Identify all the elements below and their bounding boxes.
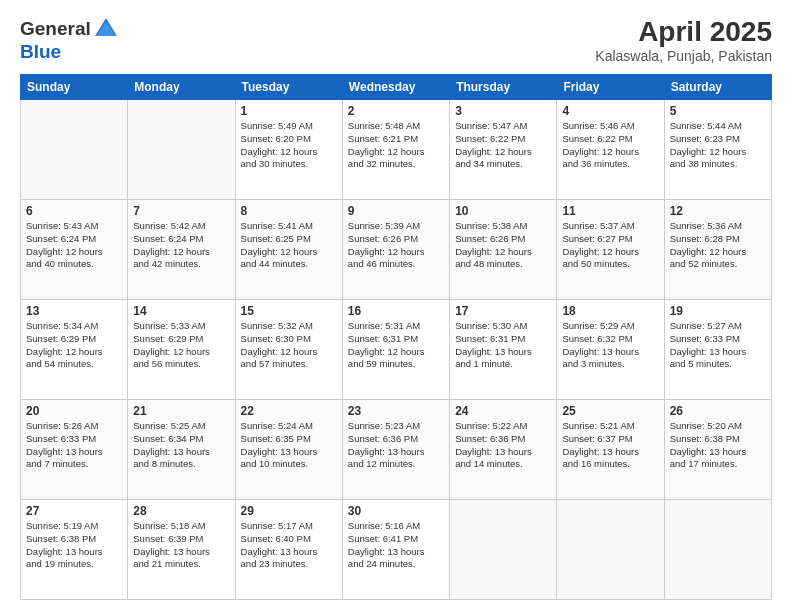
calendar-cell: 26Sunrise: 5:20 AM Sunset: 6:38 PM Dayli… xyxy=(664,400,771,500)
month-title: April 2025 xyxy=(595,16,772,48)
day-header-saturday: Saturday xyxy=(664,75,771,100)
day-info: Sunrise: 5:39 AM Sunset: 6:26 PM Dayligh… xyxy=(348,220,444,271)
day-info: Sunrise: 5:44 AM Sunset: 6:23 PM Dayligh… xyxy=(670,120,766,171)
day-info: Sunrise: 5:49 AM Sunset: 6:20 PM Dayligh… xyxy=(241,120,337,171)
calendar-cell: 13Sunrise: 5:34 AM Sunset: 6:29 PM Dayli… xyxy=(21,300,128,400)
day-info: Sunrise: 5:41 AM Sunset: 6:25 PM Dayligh… xyxy=(241,220,337,271)
day-info: Sunrise: 5:21 AM Sunset: 6:37 PM Dayligh… xyxy=(562,420,658,471)
day-number: 13 xyxy=(26,304,122,318)
day-number: 3 xyxy=(455,104,551,118)
day-info: Sunrise: 5:36 AM Sunset: 6:28 PM Dayligh… xyxy=(670,220,766,271)
day-header-tuesday: Tuesday xyxy=(235,75,342,100)
day-number: 23 xyxy=(348,404,444,418)
calendar-cell xyxy=(557,500,664,600)
day-number: 6 xyxy=(26,204,122,218)
day-number: 14 xyxy=(133,304,229,318)
day-number: 22 xyxy=(241,404,337,418)
calendar-cell: 29Sunrise: 5:17 AM Sunset: 6:40 PM Dayli… xyxy=(235,500,342,600)
day-number: 1 xyxy=(241,104,337,118)
calendar-week-3: 13Sunrise: 5:34 AM Sunset: 6:29 PM Dayli… xyxy=(21,300,772,400)
day-number: 11 xyxy=(562,204,658,218)
day-number: 10 xyxy=(455,204,551,218)
calendar-cell: 11Sunrise: 5:37 AM Sunset: 6:27 PM Dayli… xyxy=(557,200,664,300)
calendar-week-4: 20Sunrise: 5:26 AM Sunset: 6:33 PM Dayli… xyxy=(21,400,772,500)
calendar-table: SundayMondayTuesdayWednesdayThursdayFrid… xyxy=(20,74,772,600)
day-number: 25 xyxy=(562,404,658,418)
calendar-cell: 14Sunrise: 5:33 AM Sunset: 6:29 PM Dayli… xyxy=(128,300,235,400)
calendar-cell: 10Sunrise: 5:38 AM Sunset: 6:26 PM Dayli… xyxy=(450,200,557,300)
calendar-cell: 30Sunrise: 5:16 AM Sunset: 6:41 PM Dayli… xyxy=(342,500,449,600)
calendar-cell: 18Sunrise: 5:29 AM Sunset: 6:32 PM Dayli… xyxy=(557,300,664,400)
calendar-cell: 21Sunrise: 5:25 AM Sunset: 6:34 PM Dayli… xyxy=(128,400,235,500)
day-number: 21 xyxy=(133,404,229,418)
day-number: 30 xyxy=(348,504,444,518)
calendar-cell xyxy=(664,500,771,600)
calendar-cell: 23Sunrise: 5:23 AM Sunset: 6:36 PM Dayli… xyxy=(342,400,449,500)
day-number: 5 xyxy=(670,104,766,118)
day-number: 19 xyxy=(670,304,766,318)
day-info: Sunrise: 5:47 AM Sunset: 6:22 PM Dayligh… xyxy=(455,120,551,171)
day-number: 7 xyxy=(133,204,229,218)
logo-general: General xyxy=(20,18,91,39)
page: General Blue April 2025 Kalaswala, Punja… xyxy=(0,0,792,612)
calendar-cell: 9Sunrise: 5:39 AM Sunset: 6:26 PM Daylig… xyxy=(342,200,449,300)
calendar-cell: 6Sunrise: 5:43 AM Sunset: 6:24 PM Daylig… xyxy=(21,200,128,300)
day-header-wednesday: Wednesday xyxy=(342,75,449,100)
day-info: Sunrise: 5:31 AM Sunset: 6:31 PM Dayligh… xyxy=(348,320,444,371)
day-number: 27 xyxy=(26,504,122,518)
day-info: Sunrise: 5:16 AM Sunset: 6:41 PM Dayligh… xyxy=(348,520,444,571)
day-info: Sunrise: 5:23 AM Sunset: 6:36 PM Dayligh… xyxy=(348,420,444,471)
day-header-sunday: Sunday xyxy=(21,75,128,100)
day-number: 8 xyxy=(241,204,337,218)
day-number: 17 xyxy=(455,304,551,318)
day-number: 24 xyxy=(455,404,551,418)
calendar-cell: 5Sunrise: 5:44 AM Sunset: 6:23 PM Daylig… xyxy=(664,100,771,200)
day-header-monday: Monday xyxy=(128,75,235,100)
calendar-cell: 27Sunrise: 5:19 AM Sunset: 6:38 PM Dayli… xyxy=(21,500,128,600)
day-number: 4 xyxy=(562,104,658,118)
calendar-cell: 22Sunrise: 5:24 AM Sunset: 6:35 PM Dayli… xyxy=(235,400,342,500)
logo-blue: Blue xyxy=(20,42,119,63)
logo-icon xyxy=(93,16,119,42)
day-header-friday: Friday xyxy=(557,75,664,100)
calendar-cell: 24Sunrise: 5:22 AM Sunset: 6:36 PM Dayli… xyxy=(450,400,557,500)
day-info: Sunrise: 5:46 AM Sunset: 6:22 PM Dayligh… xyxy=(562,120,658,171)
calendar-header-row: SundayMondayTuesdayWednesdayThursdayFrid… xyxy=(21,75,772,100)
day-info: Sunrise: 5:33 AM Sunset: 6:29 PM Dayligh… xyxy=(133,320,229,371)
calendar-cell xyxy=(21,100,128,200)
day-info: Sunrise: 5:27 AM Sunset: 6:33 PM Dayligh… xyxy=(670,320,766,371)
day-info: Sunrise: 5:29 AM Sunset: 6:32 PM Dayligh… xyxy=(562,320,658,371)
calendar-cell: 2Sunrise: 5:48 AM Sunset: 6:21 PM Daylig… xyxy=(342,100,449,200)
day-number: 2 xyxy=(348,104,444,118)
day-number: 16 xyxy=(348,304,444,318)
calendar-cell: 3Sunrise: 5:47 AM Sunset: 6:22 PM Daylig… xyxy=(450,100,557,200)
day-info: Sunrise: 5:19 AM Sunset: 6:38 PM Dayligh… xyxy=(26,520,122,571)
header: General Blue April 2025 Kalaswala, Punja… xyxy=(20,16,772,64)
day-info: Sunrise: 5:48 AM Sunset: 6:21 PM Dayligh… xyxy=(348,120,444,171)
day-info: Sunrise: 5:38 AM Sunset: 6:26 PM Dayligh… xyxy=(455,220,551,271)
day-number: 28 xyxy=(133,504,229,518)
logo: General Blue xyxy=(20,16,119,63)
calendar-cell: 20Sunrise: 5:26 AM Sunset: 6:33 PM Dayli… xyxy=(21,400,128,500)
calendar-cell: 17Sunrise: 5:30 AM Sunset: 6:31 PM Dayli… xyxy=(450,300,557,400)
day-header-thursday: Thursday xyxy=(450,75,557,100)
calendar-cell: 25Sunrise: 5:21 AM Sunset: 6:37 PM Dayli… xyxy=(557,400,664,500)
day-info: Sunrise: 5:42 AM Sunset: 6:24 PM Dayligh… xyxy=(133,220,229,271)
day-number: 15 xyxy=(241,304,337,318)
location: Kalaswala, Punjab, Pakistan xyxy=(595,48,772,64)
calendar-cell: 4Sunrise: 5:46 AM Sunset: 6:22 PM Daylig… xyxy=(557,100,664,200)
calendar-cell: 28Sunrise: 5:18 AM Sunset: 6:39 PM Dayli… xyxy=(128,500,235,600)
calendar-cell: 12Sunrise: 5:36 AM Sunset: 6:28 PM Dayli… xyxy=(664,200,771,300)
day-number: 29 xyxy=(241,504,337,518)
day-number: 20 xyxy=(26,404,122,418)
day-number: 26 xyxy=(670,404,766,418)
calendar-week-1: 1Sunrise: 5:49 AM Sunset: 6:20 PM Daylig… xyxy=(21,100,772,200)
calendar-cell: 16Sunrise: 5:31 AM Sunset: 6:31 PM Dayli… xyxy=(342,300,449,400)
title-block: April 2025 Kalaswala, Punjab, Pakistan xyxy=(595,16,772,64)
calendar-cell: 19Sunrise: 5:27 AM Sunset: 6:33 PM Dayli… xyxy=(664,300,771,400)
calendar-cell: 1Sunrise: 5:49 AM Sunset: 6:20 PM Daylig… xyxy=(235,100,342,200)
day-info: Sunrise: 5:37 AM Sunset: 6:27 PM Dayligh… xyxy=(562,220,658,271)
calendar-cell: 7Sunrise: 5:42 AM Sunset: 6:24 PM Daylig… xyxy=(128,200,235,300)
calendar-week-2: 6Sunrise: 5:43 AM Sunset: 6:24 PM Daylig… xyxy=(21,200,772,300)
day-info: Sunrise: 5:20 AM Sunset: 6:38 PM Dayligh… xyxy=(670,420,766,471)
